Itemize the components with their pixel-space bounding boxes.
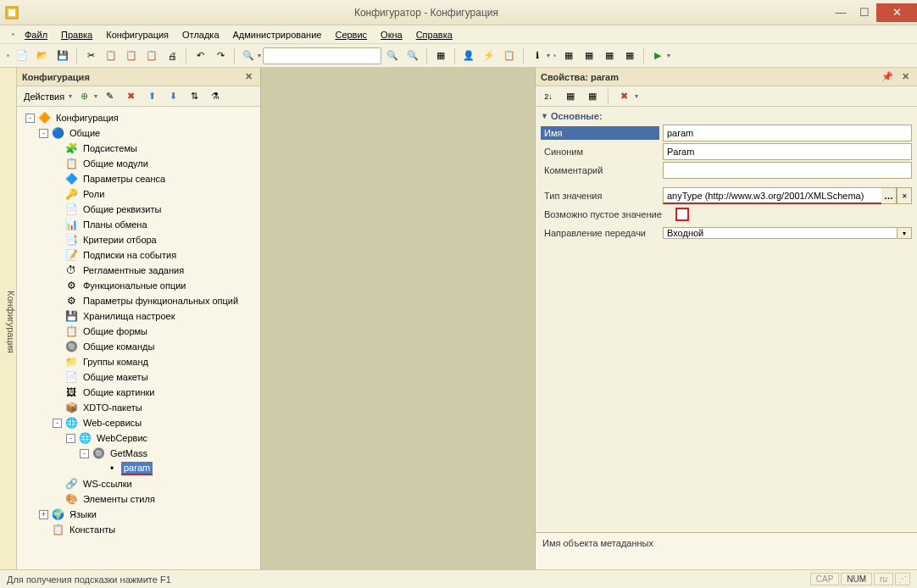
tree-row[interactable]: 🎨Элементы стиля bbox=[19, 491, 258, 507]
direction-dropdown-button[interactable]: ▾ bbox=[897, 227, 912, 239]
menu-debug[interactable]: Отладка bbox=[177, 28, 224, 42]
sidebar-tab-config[interactable]: Конфигурация bbox=[0, 68, 17, 569]
undo-icon[interactable]: ↶ bbox=[191, 47, 209, 65]
close-button[interactable]: ✕ bbox=[876, 3, 917, 22]
panel-close-icon[interactable]: ✕ bbox=[242, 70, 255, 84]
tree-row[interactable]: 🔷Параметры сеанса bbox=[19, 171, 258, 186]
expand-icon[interactable]: - bbox=[53, 419, 62, 428]
menu-help[interactable]: Справка bbox=[411, 28, 458, 42]
print-icon[interactable]: 🖨 bbox=[163, 47, 181, 65]
tree-row[interactable]: -🌐WebСервис bbox=[19, 430, 258, 446]
panel-pin-icon[interactable]: 📌 bbox=[881, 71, 893, 82]
tree-row[interactable]: 📝Подписки на события bbox=[19, 247, 258, 263]
icon-d[interactable]: ▦ bbox=[620, 47, 639, 65]
section-main[interactable]: ▼ Основные: bbox=[541, 108, 912, 124]
expand-icon[interactable]: - bbox=[39, 129, 48, 138]
alpha-icon[interactable]: ▦ bbox=[583, 87, 602, 106]
menu-service[interactable]: Сервис bbox=[330, 28, 372, 42]
find-next-icon[interactable]: 🔍 bbox=[383, 47, 402, 65]
tree-row[interactable]: 🔗WS-ссылки bbox=[19, 476, 258, 491]
grid-icon[interactable]: ▦ bbox=[431, 47, 450, 65]
icon-a[interactable]: ▦ bbox=[559, 47, 578, 65]
cut-icon[interactable]: ✂ bbox=[81, 47, 100, 65]
run-user-icon[interactable]: 👤 bbox=[459, 47, 478, 65]
tree-row[interactable]: •param bbox=[19, 461, 258, 476]
syntax-icon[interactable]: ⚡ bbox=[480, 47, 498, 65]
down-icon[interactable]: ⬇ bbox=[164, 87, 182, 106]
tree-row[interactable]: 🧩Подсистемы bbox=[19, 141, 258, 156]
type-ellipsis-button[interactable]: … bbox=[881, 187, 897, 204]
tree-row[interactable]: 📋Общие формы bbox=[19, 324, 258, 339]
clear-icon[interactable]: ✖ bbox=[614, 87, 633, 106]
up-icon[interactable]: ⬆ bbox=[142, 87, 161, 106]
type-clear-button[interactable]: ✕ bbox=[897, 187, 912, 204]
icon-b[interactable]: ▦ bbox=[580, 47, 598, 65]
tree-row[interactable]: -🔵Общие bbox=[19, 125, 258, 141]
props-icon[interactable]: 📋 bbox=[500, 47, 519, 65]
menu-config[interactable]: Конфигурация bbox=[101, 28, 174, 42]
search-input[interactable] bbox=[263, 47, 381, 64]
paste2-icon[interactable]: 📋 bbox=[142, 47, 161, 65]
tree-row[interactable]: 📋Константы bbox=[19, 522, 258, 537]
tree-row[interactable]: 🖼Общие картинки bbox=[19, 385, 258, 400]
save-icon[interactable]: 💾 bbox=[53, 47, 72, 65]
find-prev-icon[interactable]: 🔍 bbox=[403, 47, 422, 65]
sort-icon[interactable]: ⇅ bbox=[185, 87, 203, 106]
expand-icon[interactable]: - bbox=[66, 434, 75, 443]
add-icon[interactable]: ⊕ bbox=[75, 87, 93, 106]
tree-row[interactable]: ⏱Регламентные задания bbox=[19, 263, 258, 278]
prop-label-direction[interactable]: Направление передачи bbox=[541, 226, 659, 240]
tree-row[interactable]: 💾Хранилища настроек bbox=[19, 308, 258, 324]
prop-label-type[interactable]: Тип значения bbox=[541, 189, 659, 202]
menu-file[interactable]: Файл bbox=[19, 28, 53, 42]
delete-icon[interactable]: ✖ bbox=[121, 87, 140, 106]
maximize-button[interactable]: ☐ bbox=[853, 3, 876, 22]
prop-label-name[interactable]: Имя bbox=[541, 126, 659, 140]
paste-icon[interactable]: 📋 bbox=[122, 47, 141, 65]
tree-row[interactable]: ⚙Функциональные опции bbox=[19, 278, 258, 293]
category-icon[interactable]: ▦ bbox=[561, 87, 580, 106]
prop-label-nullable[interactable]: Возможно пустое значение bbox=[541, 208, 673, 221]
prop-input-direction[interactable] bbox=[663, 227, 897, 239]
prop-input-comment[interactable] bbox=[663, 162, 912, 179]
tree-row[interactable]: -🔶Конфигурация bbox=[19, 110, 258, 125]
tree-row[interactable]: 🔘Общие команды bbox=[19, 339, 258, 354]
prop-label-comment[interactable]: Комментарий bbox=[541, 164, 659, 177]
minimize-button[interactable]: — bbox=[829, 3, 853, 22]
filter-icon[interactable]: ⚗ bbox=[206, 87, 225, 106]
help-icon[interactable]: ℹ bbox=[528, 47, 547, 65]
expand-icon[interactable]: + bbox=[39, 510, 48, 519]
properties-close-icon[interactable]: ✕ bbox=[898, 70, 912, 84]
play-icon[interactable]: ▶ bbox=[648, 47, 667, 65]
tree-row[interactable]: 📊Планы обмена bbox=[19, 217, 258, 232]
tree-row[interactable]: 📄Общие макеты bbox=[19, 369, 258, 385]
expand-icon[interactable]: - bbox=[25, 114, 35, 123]
menu-edit[interactable]: Правка bbox=[56, 28, 97, 42]
tree-row[interactable]: 📄Общие реквизиты bbox=[19, 202, 258, 217]
tree-row[interactable]: -🔘GetMass bbox=[19, 446, 258, 461]
tree-row[interactable]: 📑Критерии отбора bbox=[19, 232, 258, 247]
tree-row[interactable]: +🌍Языки bbox=[19, 507, 258, 522]
tree-row[interactable]: 📋Общие модули bbox=[19, 156, 258, 171]
expand-icon[interactable]: - bbox=[80, 449, 89, 458]
sort-props-icon[interactable]: 2↓ bbox=[539, 87, 558, 106]
new-icon[interactable]: 📄 bbox=[13, 47, 31, 65]
copy-icon[interactable]: 📋 bbox=[102, 47, 120, 65]
menu-admin[interactable]: Администрирование bbox=[228, 28, 327, 42]
prop-input-type[interactable] bbox=[663, 187, 881, 204]
edit-icon[interactable]: ✎ bbox=[100, 87, 119, 106]
prop-input-name[interactable] bbox=[663, 125, 912, 141]
tree-row[interactable]: ⚙Параметры функциональных опций bbox=[19, 293, 258, 308]
prop-check-nullable[interactable] bbox=[676, 208, 688, 220]
redo-icon[interactable]: ↷ bbox=[211, 47, 230, 65]
menu-windows[interactable]: Окна bbox=[375, 28, 408, 42]
tree-row[interactable]: 🔑Роли bbox=[19, 186, 258, 202]
open-icon[interactable]: 📂 bbox=[33, 47, 52, 65]
tree-row[interactable]: 📁Группы команд bbox=[19, 354, 258, 369]
tree-row[interactable]: -🌐Web-сервисы bbox=[19, 415, 258, 430]
actions-menu[interactable]: Действия bbox=[20, 92, 68, 102]
prop-input-synonym[interactable] bbox=[663, 143, 912, 160]
config-tree[interactable]: -🔶Конфигурация-🔵Общие🧩Подсистемы📋Общие м… bbox=[17, 107, 260, 569]
tree-row[interactable]: 📦XDTO-пакеты bbox=[19, 400, 258, 415]
find-icon[interactable]: 🔍 bbox=[239, 47, 258, 65]
